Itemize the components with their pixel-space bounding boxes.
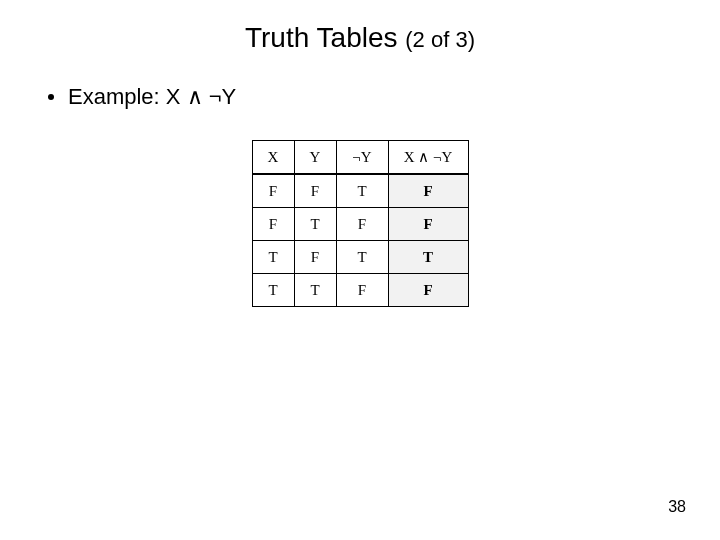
page-number: 38 <box>668 498 686 516</box>
table-row: F F T F <box>252 174 468 208</box>
cell: F <box>336 274 388 307</box>
cell: F <box>252 174 294 208</box>
col-header-result: X ∧ ¬Y <box>388 141 468 175</box>
cell: T <box>336 174 388 208</box>
cell: F <box>252 208 294 241</box>
slide: Truth Tables (2 of 3) Example: X ∧ ¬Y X … <box>0 0 720 540</box>
table-row: T T F F <box>252 274 468 307</box>
truth-table: X Y ¬Y X ∧ ¬Y F F T F F T F F <box>252 140 469 307</box>
cell: F <box>294 174 336 208</box>
truth-table-container: X Y ¬Y X ∧ ¬Y F F T F F T F F <box>0 140 720 307</box>
title-sub: (2 of 3) <box>405 27 475 52</box>
cell-result: F <box>388 274 468 307</box>
table-row: F T F F <box>252 208 468 241</box>
col-header-not-y: ¬Y <box>336 141 388 175</box>
bullet-item: Example: X ∧ ¬Y <box>48 84 720 110</box>
cell: F <box>294 241 336 274</box>
cell-result: T <box>388 241 468 274</box>
cell: T <box>336 241 388 274</box>
table-header-row: X Y ¬Y X ∧ ¬Y <box>252 141 468 175</box>
bullet-icon <box>48 94 54 100</box>
cell-result: F <box>388 174 468 208</box>
table-row: T F T T <box>252 241 468 274</box>
slide-title: Truth Tables (2 of 3) <box>0 0 720 54</box>
cell: T <box>294 208 336 241</box>
cell: F <box>336 208 388 241</box>
cell: T <box>252 274 294 307</box>
cell-result: F <box>388 208 468 241</box>
col-header-y: Y <box>294 141 336 175</box>
cell: T <box>294 274 336 307</box>
title-main: Truth Tables <box>245 22 405 53</box>
col-header-x: X <box>252 141 294 175</box>
cell: T <box>252 241 294 274</box>
bullet-text: Example: X ∧ ¬Y <box>68 84 236 110</box>
